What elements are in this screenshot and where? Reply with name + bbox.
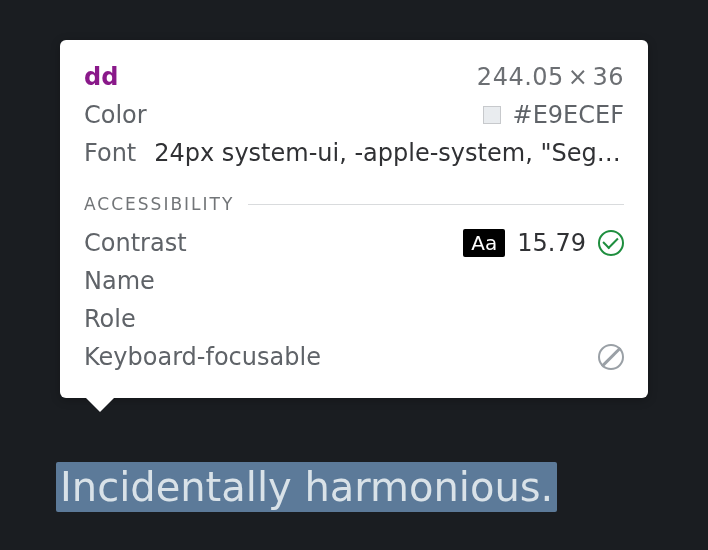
role-label: Role [84,305,136,333]
element-dimensions: 244.05×36 [477,63,624,91]
color-label: Color [84,101,147,129]
contrast-sample-badge: Aa [463,229,505,257]
dim-width: 244.05 [477,63,564,91]
name-label: Name [84,267,155,295]
header-row: dd 244.05×36 [84,58,624,96]
keyboard-focusable-row: Keyboard-focusable [84,338,624,376]
accessibility-label: ACCESSIBILITY [84,194,234,214]
section-rule [248,204,624,205]
color-swatch-icon [483,106,501,124]
element-tag-name: dd [84,63,118,91]
role-row: Role [84,300,624,338]
name-row: Name [84,262,624,300]
color-value: #E9ECEF [513,101,624,129]
dim-separator: × [564,63,593,91]
accessibility-section-title: ACCESSIBILITY [84,194,624,214]
highlighted-page-text: Incidentally harmonious. [56,462,557,512]
contrast-row: Contrast Aa 15.79 [84,224,624,262]
font-row: Font 24px system-ui, -apple-system, "Seg… [84,134,624,172]
keyboard-focusable-label: Keyboard-focusable [84,343,321,371]
contrast-label: Contrast [84,229,187,257]
check-circle-icon [598,230,624,256]
not-allowed-icon [598,344,624,370]
contrast-value: 15.79 [517,229,586,257]
font-value: 24px system-ui, -apple-system, "Segoe… [154,139,624,167]
element-inspector-tooltip: dd 244.05×36 Color #E9ECEF Font 24px sys… [60,40,648,398]
font-label: Font [84,139,136,167]
dim-height: 36 [592,63,624,91]
color-row: Color #E9ECEF [84,96,624,134]
